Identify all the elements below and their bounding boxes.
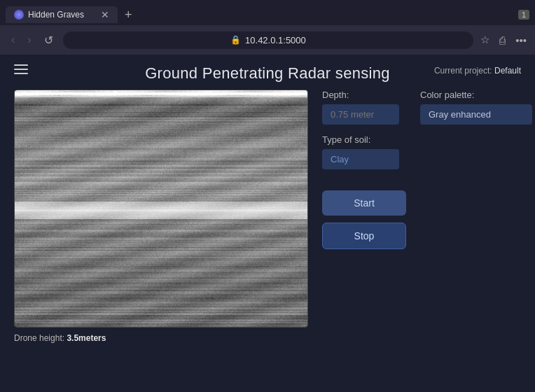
nav-bar: ‹ › ↺ 🔒 10.42.0.1:5000 ☆ ⎙ •••: [0, 25, 535, 55]
drone-info: Drone height: 3.5meters: [14, 333, 308, 343]
hamburger-menu-button[interactable]: [14, 64, 28, 74]
tab-title: Hidden Graves: [28, 10, 84, 20]
start-button[interactable]: Start: [322, 190, 406, 216]
bookmark-icon[interactable]: ☆: [480, 34, 489, 46]
soil-type-label: Type of soil:: [322, 134, 532, 145]
radar-canvas: [15, 90, 307, 327]
radar-image-container: [14, 90, 308, 328]
depth-input[interactable]: [322, 104, 399, 125]
drone-height-value: 3.5meters: [67, 333, 106, 343]
address-bar[interactable]: 🔒 10.42.0.1:5000: [63, 31, 474, 49]
app-header: Ground Penetrating Radar sensing Current…: [0, 55, 535, 90]
current-project-info: Current project: Default: [434, 66, 521, 76]
reload-button[interactable]: ↺: [41, 32, 56, 48]
drone-height-label: Drone height:: [14, 333, 64, 343]
active-tab[interactable]: Hidden Graves ✕: [6, 6, 118, 23]
color-palette-label: Color palette:: [420, 90, 532, 100]
depth-label: Depth:: [322, 90, 399, 100]
browser-chrome: Hidden Graves ✕ + 1 ‹ › ↺ 🔒 10.42.0.1:50…: [0, 0, 535, 55]
url-text: 10.42.0.1:5000: [245, 35, 306, 46]
tab-bar: Hidden Graves ✕ + 1: [0, 0, 535, 25]
color-palette-input[interactable]: [420, 104, 532, 125]
action-buttons: Start Stop: [322, 190, 532, 249]
nav-actions: ☆ ⎙ •••: [480, 34, 527, 46]
stop-button[interactable]: Stop: [322, 223, 406, 249]
share-icon[interactable]: ⎙: [499, 34, 506, 46]
menu-dots-icon[interactable]: •••: [515, 34, 527, 46]
forward-button[interactable]: ›: [25, 32, 34, 48]
tab-close-button[interactable]: ✕: [101, 9, 109, 20]
main-layout: Drone height: 3.5meters Depth: Color pal…: [0, 90, 535, 350]
security-icon: 🔒: [230, 35, 241, 45]
page-title: Ground Penetrating Radar sensing: [145, 64, 390, 83]
app-content: Ground Penetrating Radar sensing Current…: [0, 55, 535, 392]
depth-control: Depth:: [322, 90, 399, 125]
tab-count-badge: 1: [518, 10, 529, 20]
top-controls-row: Depth: Color palette:: [322, 90, 532, 134]
current-project-label: Current project:: [434, 66, 492, 76]
soil-type-input[interactable]: [322, 149, 399, 169]
radar-panel: Drone height: 3.5meters: [14, 90, 308, 343]
back-button[interactable]: ‹: [8, 32, 18, 48]
tab-favicon-icon: [14, 10, 24, 20]
controls-panel: Depth: Color palette: Type of soil: Star…: [322, 90, 532, 249]
current-project-value: Default: [494, 66, 521, 76]
new-tab-button[interactable]: +: [120, 7, 137, 22]
color-palette-control: Color palette:: [420, 90, 532, 125]
soil-type-control: Type of soil:: [322, 134, 532, 169]
